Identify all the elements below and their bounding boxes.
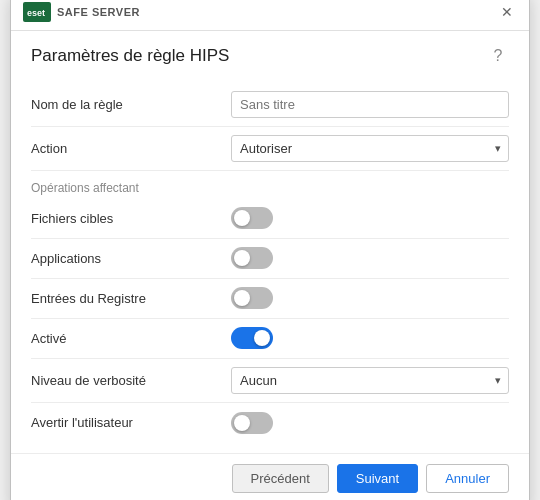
dialog-header: Paramètres de règle HIPS ? (11, 31, 529, 77)
avertir-row: Avertir l'utilisateur (31, 403, 509, 443)
avertir-toggle[interactable] (231, 412, 273, 434)
dialog-footer: Précédent Suivant Annuler (11, 453, 529, 501)
dialog-content: Nom de la règle Action Autoriser Bloquer… (11, 77, 529, 453)
action-select[interactable]: Autoriser Bloquer Demander (231, 135, 509, 162)
avertir-control (231, 412, 509, 434)
logo-text: SAFE SERVER (57, 6, 140, 18)
nom-control (231, 91, 509, 118)
suivant-button[interactable]: Suivant (337, 464, 418, 493)
entrees-registre-thumb (234, 290, 250, 306)
precedent-button[interactable]: Précédent (232, 464, 329, 493)
applications-control (231, 247, 509, 269)
fichiers-cibles-label: Fichiers cibles (31, 211, 231, 226)
verbosite-select-wrapper: Aucun Diagnostic Informatif ▾ (231, 367, 509, 394)
entrees-registre-row: Entrées du Registre (31, 279, 509, 319)
verbosite-row: Niveau de verbosité Aucun Diagnostic Inf… (31, 359, 509, 403)
active-row: Activé (31, 319, 509, 359)
nom-row: Nom de la règle (31, 83, 509, 127)
nom-input[interactable] (231, 91, 509, 118)
avertir-label: Avertir l'utilisateur (31, 415, 231, 430)
active-label: Activé (31, 331, 231, 346)
applications-row: Applications (31, 239, 509, 279)
nom-label: Nom de la règle (31, 97, 231, 112)
annuler-button[interactable]: Annuler (426, 464, 509, 493)
entrees-registre-control (231, 287, 509, 309)
active-control (231, 327, 509, 349)
active-thumb (254, 330, 270, 346)
action-label: Action (31, 141, 231, 156)
fichiers-cibles-row: Fichiers cibles (31, 199, 509, 239)
entrees-registre-toggle[interactable] (231, 287, 273, 309)
hips-dialog: eset SAFE SERVER ✕ Paramètres de règle H… (10, 0, 530, 500)
applications-label: Applications (31, 251, 231, 266)
action-select-wrapper: Autoriser Bloquer Demander ▾ (231, 135, 509, 162)
entrees-registre-label: Entrées du Registre (31, 291, 231, 306)
dialog-title: Paramètres de règle HIPS (31, 46, 229, 66)
action-control: Autoriser Bloquer Demander ▾ (231, 135, 509, 162)
applications-toggle[interactable] (231, 247, 273, 269)
svg-text:eset: eset (27, 8, 45, 18)
verbosite-control: Aucun Diagnostic Informatif ▾ (231, 367, 509, 394)
title-bar: eset SAFE SERVER ✕ (11, 0, 529, 31)
fichiers-cibles-thumb (234, 210, 250, 226)
help-button[interactable]: ? (487, 45, 509, 67)
applications-thumb (234, 250, 250, 266)
active-toggle[interactable] (231, 327, 273, 349)
verbosite-label: Niveau de verbosité (31, 373, 231, 388)
logo-area: eset SAFE SERVER (23, 2, 497, 22)
fichiers-cibles-toggle[interactable] (231, 207, 273, 229)
action-row: Action Autoriser Bloquer Demander ▾ (31, 127, 509, 171)
section-label: Opérations affectant (31, 171, 509, 199)
eset-logo-icon: eset (23, 2, 51, 22)
avertir-thumb (234, 415, 250, 431)
verbosite-select[interactable]: Aucun Diagnostic Informatif (231, 367, 509, 394)
close-button[interactable]: ✕ (497, 2, 517, 22)
fichiers-cibles-control (231, 207, 509, 229)
